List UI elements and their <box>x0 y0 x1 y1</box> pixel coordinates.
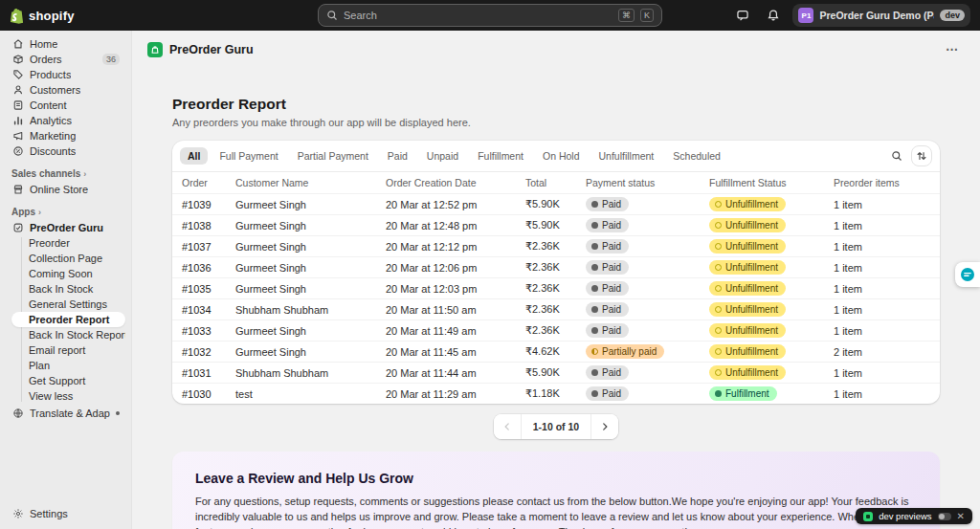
sidebar-item-discounts[interactable]: Discounts <box>6 143 125 159</box>
marketing-megaphone-icon <box>11 130 24 143</box>
table-row[interactable]: #1038 Gurmeet Singh 20 Mar at 12:48 pm ₹… <box>172 215 940 236</box>
cell-date: 20 Mar at 12:06 pm <box>378 257 518 278</box>
table-row[interactable]: #1031 Shubham Shubham 20 Mar at 11:44 am… <box>172 363 940 384</box>
gear-icon <box>11 508 24 520</box>
table-search-button[interactable] <box>886 145 907 166</box>
cell-customer: Gurmeet Singh <box>228 257 378 278</box>
cell-order: #1039 <box>172 194 228 215</box>
preorder-table: Order Customer Name Order Creation Date … <box>172 172 940 404</box>
sidebar-item-orders[interactable]: Orders 36 <box>6 52 125 67</box>
payment-status-badge: Paid <box>586 302 629 317</box>
fulfillment-status-badge: Unfulfillment <box>709 344 786 359</box>
table-row[interactable]: #1039 Gurmeet Singh 20 Mar at 12:52 pm ₹… <box>172 194 940 215</box>
sidebar-item-online-store[interactable]: Online Store <box>6 182 125 197</box>
chat-bubble-icon <box>960 267 975 282</box>
cell-items: 1 item <box>826 384 940 405</box>
sidebar-item-preorder-guru-app[interactable]: PreOrder Guru <box>6 220 125 235</box>
column-header-customer: Customer Name <box>228 172 378 194</box>
sidebar-item-view-less[interactable]: View less <box>11 388 125 404</box>
cell-total: ₹1.18K <box>518 384 578 405</box>
tab-paid[interactable]: Paid <box>380 147 415 165</box>
sidebar-item-preorder[interactable]: Preorder <box>11 235 125 251</box>
payment-status-badge: Paid <box>586 260 629 275</box>
payment-status-badge: Paid <box>586 386 629 401</box>
preorder-guru-submenu: Preorder Collection Page Coming Soon Bac… <box>0 235 131 404</box>
sidebar-item-general-settings[interactable]: General Settings <box>11 297 125 312</box>
sidebar-item-settings[interactable]: Settings <box>6 506 125 521</box>
sidebar-item-plan[interactable]: Plan <box>11 358 125 373</box>
table-header-row: Order Customer Name Order Creation Date … <box>172 172 940 194</box>
sidebar-item-translate-adapt[interactable]: Translate & Adapt <box>6 406 125 421</box>
pin-dot-indicator <box>116 411 120 415</box>
tab-unpaid[interactable]: Unpaid <box>419 147 466 165</box>
review-banner: Leave a Review and Help Us Grow For any … <box>172 452 940 529</box>
more-actions-button[interactable]: ⋯ <box>940 42 965 56</box>
chat-widget-button[interactable] <box>955 262 980 287</box>
table-row[interactable]: #1030 test 20 Mar at 11:29 am ₹1.18K Pai… <box>172 384 940 405</box>
close-icon[interactable]: ✕ <box>957 512 965 521</box>
cell-order: #1032 <box>172 342 228 363</box>
review-body: For any questions, setup requests, comme… <box>195 495 917 529</box>
table-row[interactable]: #1032 Gurmeet Singh 20 Mar at 11:45 am ₹… <box>172 342 940 363</box>
sidebar-item-collection-page[interactable]: Collection Page <box>11 251 125 266</box>
fulfillment-status-badge: Unfulfillment <box>709 239 786 253</box>
sidebar-item-customers[interactable]: Customers <box>6 82 125 98</box>
chevron-right-icon <box>600 422 610 431</box>
tab-fulfillment[interactable]: Fulfillment <box>470 147 531 165</box>
tab-scheduled[interactable]: Scheduled <box>665 147 728 165</box>
sidebar-item-marketing[interactable]: Marketing <box>6 128 125 143</box>
pagination-next-button[interactable] <box>591 414 618 439</box>
table-row[interactable]: #1033 Gurmeet Singh 20 Mar at 11:49 am ₹… <box>172 320 940 342</box>
sidebar-item-content[interactable]: Content <box>6 98 125 113</box>
search-input[interactable] <box>344 10 612 21</box>
dev-previews-toggle[interactable] <box>938 513 951 520</box>
table-row[interactable]: #1035 Gurmeet Singh 20 Mar at 12:03 pm ₹… <box>172 278 940 299</box>
tab-full-payment[interactable]: Full Payment <box>212 147 285 165</box>
page-head: Preorder Report Any preorders you make t… <box>172 96 940 128</box>
translate-icon <box>11 408 24 420</box>
app-header: PreOrder Guru ⋯ <box>132 31 980 59</box>
cell-customer: test <box>228 384 378 405</box>
table-row[interactable]: #1034 Shubham Shubham 20 Mar at 11:50 am… <box>172 299 940 320</box>
cell-items: 2 item <box>826 342 940 363</box>
sidebar-item-products[interactable]: Products <box>6 67 125 82</box>
cell-date: 20 Mar at 11:49 am <box>378 320 518 342</box>
tab-on-hold[interactable]: On Hold <box>535 147 588 165</box>
pagination-prev-button[interactable] <box>494 414 521 439</box>
tab-partial-payment[interactable]: Partial Payment <box>290 147 376 165</box>
payment-status-badge: Paid <box>586 197 629 211</box>
payment-status-badge: Paid <box>586 239 629 253</box>
table-row[interactable]: #1037 Gurmeet Singh 20 Mar at 12:12 pm ₹… <box>172 236 940 257</box>
sidebar-item-preorder-report[interactable]: Preorder Report <box>11 312 125 327</box>
inbox-button[interactable] <box>731 4 754 27</box>
cell-date: 20 Mar at 11:29 am <box>378 384 518 405</box>
sidebar-item-coming-soon[interactable]: Coming Soon <box>11 266 125 281</box>
sidebar-item-analytics[interactable]: Analytics <box>6 113 125 128</box>
cell-items: 1 item <box>826 194 940 215</box>
table-row[interactable]: #1036 Gurmeet Singh 20 Mar at 12:06 pm ₹… <box>172 257 940 278</box>
sidebar-item-back-in-stock[interactable]: Back In Stock <box>11 281 125 297</box>
shopify-logo[interactable]: shopify <box>10 8 75 24</box>
search-icon <box>326 10 338 21</box>
store-menu[interactable]: P1 PreOrder Guru Demo (Pa... dev <box>792 4 970 27</box>
cell-items: 1 item <box>826 236 940 257</box>
apps-header[interactable]: Apps › <box>0 197 131 220</box>
cell-items: 1 item <box>826 257 940 278</box>
bell-icon <box>767 9 780 22</box>
sales-channels-header[interactable]: Sales channels › <box>0 159 131 182</box>
customers-icon <box>11 84 24 97</box>
column-header-payment: Payment status <box>578 172 702 194</box>
sidebar-item-back-in-stock-report[interactable]: Back In Stock Report <box>11 327 125 342</box>
sidebar-item-email-report[interactable]: Email report <box>11 342 125 358</box>
notifications-button[interactable] <box>762 4 785 27</box>
cell-order: #1031 <box>172 363 228 384</box>
sidebar-item-get-support[interactable]: Get Support <box>11 373 125 388</box>
review-title: Leave a Review and Help Us Grow <box>195 471 917 486</box>
table-sort-button[interactable] <box>911 145 932 166</box>
tab-all[interactable]: All <box>180 147 208 165</box>
cell-customer: Gurmeet Singh <box>228 215 378 236</box>
sidebar-item-home[interactable]: Home <box>6 36 125 52</box>
tab-unfulfillment[interactable]: Unfulfillment <box>591 147 662 165</box>
global-search[interactable]: ⌘ K <box>318 4 662 27</box>
pagination: 1-10 of 10 <box>172 414 940 439</box>
